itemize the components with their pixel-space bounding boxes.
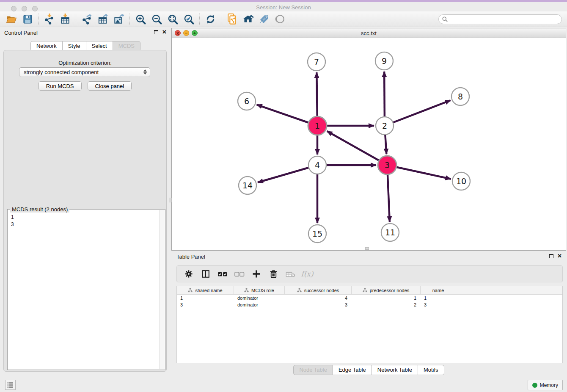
import-network-button[interactable] [41, 12, 57, 26]
graph-node-3[interactable]: 3 [378, 156, 396, 174]
node-table[interactable]: shared nameMCDS rolesuccessor nodesprede… [176, 286, 563, 363]
zoom-selected-icon [183, 14, 195, 25]
memory-button[interactable]: Memory [528, 380, 563, 390]
graph-edge-2-8[interactable] [385, 100, 451, 126]
add-row-button[interactable] [249, 267, 264, 281]
table-cell[interactable]: 3 [421, 301, 456, 308]
copy-network-button[interactable] [224, 12, 240, 26]
graph-node-label: 8 [458, 92, 463, 101]
eye-button[interactable] [272, 12, 288, 26]
float-panel-icon[interactable] [549, 254, 553, 258]
column-header-predecessor-nodes[interactable]: predecessor nodes [352, 286, 421, 294]
table-cell[interactable]: 1 [177, 295, 234, 301]
memory-button-label: Memory [540, 382, 558, 388]
select-all-columns-icon [217, 268, 228, 279]
close-panel-icon[interactable]: ✕ [162, 30, 167, 34]
table-cell[interactable]: 4 [285, 295, 352, 301]
network-window-title: scc.txt [172, 30, 566, 36]
table-panel-tabs: Node TableEdge TableNetwork TableMotifs [171, 365, 566, 375]
column-header-shared-name[interactable]: shared name [177, 286, 234, 294]
graph-node-10[interactable]: 10 [452, 172, 470, 190]
network-window-titlebar[interactable]: x − + scc.txt [172, 28, 566, 38]
zoom-in-button[interactable] [132, 12, 149, 26]
label-button[interactable] [256, 12, 272, 26]
toolbar-separator [38, 14, 39, 25]
close-panel-button[interactable]: Close panel [88, 81, 132, 91]
column-header-MCDS-role[interactable]: MCDS role [234, 286, 285, 294]
graph-node-7[interactable]: 7 [308, 53, 325, 71]
table-row[interactable]: 3dominator323 [177, 301, 562, 308]
table-settings-button[interactable] [181, 267, 196, 281]
tab-node-table[interactable]: Node Table [293, 365, 333, 375]
show-column-panel-button[interactable] [198, 267, 213, 281]
graph-node-4[interactable]: 4 [308, 156, 326, 174]
task-history-button[interactable] [5, 380, 16, 390]
delete-table-button[interactable] [283, 267, 298, 281]
network-canvas[interactable]: 7968124314101511 [172, 38, 566, 250]
refresh-layout-button[interactable] [202, 12, 218, 26]
mcds-result-box: MCDS result (2 nodes) 13 [7, 209, 165, 370]
toolbar-separator [221, 14, 221, 25]
zoom-out-button[interactable] [149, 12, 165, 26]
table-cell[interactable]: dominator [234, 295, 285, 301]
export-image-button[interactable] [111, 12, 127, 26]
add-icon [251, 269, 261, 279]
table-cell[interactable]: 1 [421, 295, 456, 301]
table-cell[interactable]: 2 [352, 301, 421, 308]
refresh-layout-icon [205, 14, 216, 25]
graph-node-label: 10 [456, 177, 466, 186]
search-input[interactable] [438, 14, 562, 24]
criterion-dropdown[interactable]: strongly connected component [19, 67, 150, 77]
graph-node-11[interactable]: 11 [381, 224, 399, 241]
tab-motifs[interactable]: Motifs [418, 365, 444, 375]
save-session-button[interactable] [19, 12, 36, 26]
split-table-icon [201, 269, 210, 279]
app-titlebar: Session: New Session [0, 2, 567, 11]
graph-node-9[interactable]: 9 [375, 52, 393, 70]
graph-node-15[interactable]: 15 [308, 225, 326, 243]
select-all-columns-button[interactable] [215, 267, 230, 281]
float-panel-icon[interactable] [154, 30, 158, 34]
close-panel-icon[interactable]: ✕ [557, 254, 562, 258]
vertical-splitter-handle[interactable] [169, 198, 172, 202]
toolbar-separator [199, 14, 200, 25]
graph-node-2[interactable]: 2 [376, 117, 394, 135]
search-field-wrap [438, 14, 562, 24]
node-table-body: 1dominator4113dominator323 [177, 295, 562, 308]
export-network-button[interactable] [79, 12, 95, 26]
graph-node-label: 11 [385, 228, 395, 237]
unselect-all-columns-button[interactable] [232, 267, 247, 281]
column-header-name[interactable]: name [421, 286, 456, 294]
graph-node-label: 7 [314, 57, 319, 66]
tab-network-table[interactable]: Network Table [372, 365, 418, 375]
run-mcds-button[interactable]: Run MCDS [39, 81, 82, 91]
import-table-button[interactable] [57, 12, 73, 26]
horizontal-splitter-handle[interactable] [365, 247, 369, 250]
table-row[interactable]: 1dominator411 [177, 295, 562, 301]
graph-node-1[interactable]: 1 [308, 116, 327, 135]
export-table-button[interactable] [95, 12, 111, 26]
zoom-selected-button[interactable] [181, 12, 197, 26]
graph-node-6[interactable]: 6 [238, 92, 256, 110]
delete-row-button[interactable] [266, 267, 281, 281]
graph-node-label: 4 [315, 160, 320, 170]
result-scrollbar[interactable] [159, 210, 165, 369]
delete-table-icon [285, 269, 296, 279]
table-cell[interactable]: 1 [352, 295, 421, 301]
home-button[interactable] [240, 12, 256, 26]
table-cell[interactable]: dominator [234, 301, 285, 308]
table-cell[interactable]: 3 [177, 301, 234, 308]
graph-node-14[interactable]: 14 [239, 177, 256, 194]
column-header-successor-nodes[interactable]: successor nodes [285, 286, 352, 294]
tab-edge-table[interactable]: Edge Table [333, 365, 372, 375]
table-cell[interactable]: 3 [285, 301, 352, 308]
hierarchy-icon [297, 288, 302, 293]
function-builder-button[interactable]: f(x) [300, 267, 315, 281]
mcds-result-list: 13 [11, 214, 157, 228]
graph-edge-3-1[interactable] [327, 131, 387, 165]
function-builder-icon: f(x) [301, 270, 313, 278]
zoom-fit-button[interactable] [165, 12, 181, 26]
graph-node-8[interactable]: 8 [451, 88, 469, 105]
open-session-button[interactable] [3, 12, 19, 26]
graph-node-label: 2 [382, 121, 387, 130]
